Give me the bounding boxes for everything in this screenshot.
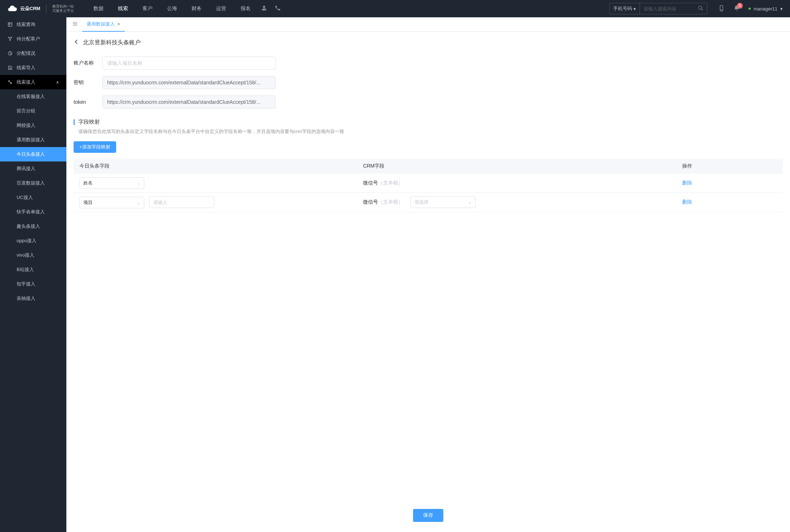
nav-item-ops[interactable]: 运营 [215,5,228,12]
search-type-select[interactable]: 手机号码 ▾ [610,3,640,14]
tabs-bar: 通用数据接入 ✕ [66,17,790,32]
mapping-table: 今日头条字段 CRM字段 操作 姓名 ⌄ [74,159,783,212]
token-input[interactable] [102,96,276,108]
chevron-up-icon: ∧ [56,80,59,85]
list-icon [7,22,13,27]
search-icon [698,5,703,11]
crm-field-hint: （文本框） [378,180,403,186]
svg-rect-5 [8,23,12,27]
sidebar-sub-online[interactable]: 在线客服接入 [0,89,66,104]
save-button[interactable]: 保存 [413,509,443,522]
sidebar-sub-qutoutiao[interactable]: 趣头条接入 [0,219,66,234]
close-icon[interactable]: ✕ [117,22,120,27]
sidebar-sub-school[interactable]: 网校接入 [0,118,66,133]
svg-point-4 [721,9,722,10]
nav-item-data[interactable]: 数据 [92,5,105,12]
crm-field-text: 微信号 [363,180,378,186]
plug-icon [7,79,13,85]
sidebar-sub-toutiao[interactable]: 今日头条接入 [0,147,66,161]
sidebar-item-distribution[interactable]: 分配情况 [0,46,66,61]
svg-point-0 [263,6,265,8]
col-source: 今日头条字段 [74,159,357,174]
page-title: 北京昱新科技头条账户 [83,39,141,46]
page-header: 北京昱新科技头条账户 [74,39,783,46]
notification-button[interactable]: 5 [733,5,740,13]
phone-icon[interactable] [275,5,281,13]
logo-text: 云朵CRM [20,5,40,12]
nav-icon-group [261,5,281,13]
back-button[interactable] [74,39,79,46]
svg-point-2 [699,6,702,9]
header-right: 5 manager11 ▾ [718,5,783,13]
section-bar [74,119,75,125]
sidebar-sub-meiyou[interactable]: 美柚接入 [0,291,66,306]
main-area: 通用数据接入 ✕ 北京昱新科技头条账户 账户名称 密钥 token [66,17,790,532]
sidebar-item-access[interactable]: 线索接入 ∧ [0,75,66,89]
add-mapping-button[interactable]: +添加字段映射 [74,141,116,153]
sidebar-sub-bilibili[interactable]: B站接入 [0,262,66,277]
menu-icon [72,21,78,27]
sidebar-item-lead-query[interactable]: 线索查询 [0,17,66,32]
mapping-section-title: 字段映射 [78,119,100,125]
content: 北京昱新科技头条账户 账户名称 密钥 token 字段映射 请确保您在此填写的头… [66,32,790,532]
account-name-input[interactable] [102,57,276,70]
sidebar-sub-vivo[interactable]: vivo接入 [0,248,66,262]
secret-label: 密钥 [74,79,102,86]
nav-item-customers[interactable]: 客户 [141,5,154,12]
cloud-logo-icon [7,4,17,14]
secret-input[interactable] [102,76,276,89]
sidebar: 线索查询 待分配客户 分配情况 线索导入 线索接入 ∧ 在线客服接入 留言分组 … [0,17,66,532]
footer: 保存 [74,503,783,525]
sidebar-item-pending[interactable]: 待分配客户 [0,32,66,46]
search-group: 手机号码 ▾ [609,3,707,14]
user-menu[interactable]: manager11 ▾ [749,6,783,12]
source-field-select[interactable]: 项目 ⌄ [79,197,144,208]
tab-generic-access[interactable]: 通用数据接入 ✕ [82,17,125,32]
mapping-section-desc: 请确保您在此填写的头条自定义字段名称与在今日头条平台中自定义的字段名称一致，并且… [74,128,783,135]
chevron-down-icon: ⌄ [468,200,471,205]
nav-item-leads[interactable]: 线索 [117,5,130,12]
nav-item-public[interactable]: 公海 [166,5,179,12]
sidebar-sub-generic[interactable]: 通用数据接入 [0,133,66,147]
crm-field-text: 微信号 [363,199,378,205]
search-button[interactable] [694,5,707,12]
sidebar-sub-zhihu[interactable]: 知乎接入 [0,277,66,291]
chevron-down-icon: ▾ [780,6,783,12]
table-row: 项目 ⌄ 微信号（文本框） 请选择 ⌄ 删除 [74,193,783,212]
sidebar-sub-message[interactable]: 留言分组 [0,104,66,118]
chevron-down-icon: ⌄ [137,200,140,205]
import-icon [7,65,13,71]
sidebar-sub-baidu[interactable]: 百度数据接入 [0,176,66,190]
token-label: token [74,99,102,105]
chevron-left-icon [74,39,79,45]
sidebar-sub-uc[interactable]: UC接入 [0,190,66,205]
crm-field-select[interactable]: 请选择 ⌄ [411,196,475,208]
filter-icon [7,36,13,42]
logo-subtitle: 教育机构一站 式服务云平台 [52,4,74,13]
notification-badge: 5 [737,3,743,9]
top-nav: 数据 线索 客户 公海 财务 运营 报名 [92,5,252,12]
nav-item-finance[interactable]: 财务 [190,5,203,12]
source-field-select[interactable]: 姓名 ⌄ [79,177,144,189]
collapse-sidebar-button[interactable] [71,19,79,29]
user-add-icon[interactable] [261,5,267,13]
logo[interactable]: 云朵CRM 教育机构一站 式服务云平台 [7,4,74,14]
mobile-icon-button[interactable] [718,5,725,13]
nav-item-signup[interactable]: 报名 [239,5,252,12]
search-input[interactable] [640,6,694,12]
chevron-down-icon: ▾ [633,6,636,12]
sidebar-sub-kuaishou[interactable]: 快手表单接入 [0,205,66,219]
col-ops: 操作 [676,159,783,174]
source-field-input[interactable] [149,196,214,208]
delete-row-button[interactable]: 删除 [682,180,692,186]
mobile-icon [718,5,725,12]
pie-icon [7,50,13,56]
sidebar-sub-oppo[interactable]: oppo接入 [0,234,66,248]
delete-row-button[interactable]: 删除 [682,199,692,205]
status-dot [749,8,751,10]
col-crm: CRM字段 [357,159,676,174]
sidebar-item-import[interactable]: 线索导入 [0,61,66,75]
sidebar-sub-tencent[interactable]: 腾讯接入 [0,161,66,176]
account-name-label: 账户名称 [74,60,102,66]
chevron-down-icon: ⌄ [137,181,140,186]
